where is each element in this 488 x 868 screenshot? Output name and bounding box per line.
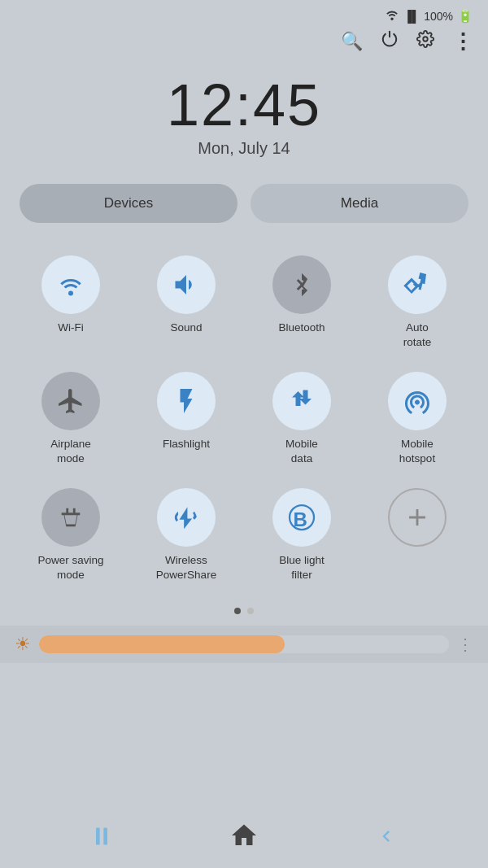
tile-add[interactable]	[359, 478, 475, 595]
autorotate-icon-circle	[388, 255, 447, 314]
top-actions-bar: 🔍 ⋮	[0, 27, 488, 61]
brightness-sun-icon: ☀	[15, 634, 31, 655]
battery-icon: 🔋	[457, 8, 473, 24]
brightness-more-icon[interactable]: ⋮	[457, 635, 473, 654]
more-options-icon[interactable]: ⋮	[452, 31, 473, 52]
wifi-icon-circle	[41, 255, 100, 314]
powersaving-label: Power savingmode	[37, 553, 103, 582]
bluetooth-icon-circle	[272, 255, 331, 314]
tile-sound[interactable]: Sound	[129, 246, 244, 362]
wifi-status-icon	[385, 9, 399, 23]
mobiledata-icon-circle	[272, 372, 331, 430]
bluelightfilter-label: Blue lightfilter	[279, 553, 325, 582]
wirelesspowershare-icon-circle	[157, 488, 216, 547]
status-icons: ▐▌ 100% 🔋	[385, 8, 473, 24]
recent-apps-icon[interactable]	[90, 825, 113, 853]
mobiledata-label: Mobiledata	[285, 437, 318, 465]
powersaving-icon-circle	[41, 488, 100, 547]
flashlight-label: Flashlight	[163, 437, 210, 451]
dot-1	[234, 608, 241, 614]
clock-time: 12:45	[0, 76, 488, 134]
tile-powersaving[interactable]: Power savingmode	[13, 478, 129, 595]
bluetooth-label: Bluetooth	[278, 321, 325, 335]
sound-label: Sound	[170, 321, 202, 335]
tab-row: Devices Media	[0, 166, 488, 231]
pagination-dots	[0, 603, 488, 626]
airplane-label: Airplanemode	[50, 437, 91, 465]
battery-text: 100%	[424, 10, 453, 23]
add-icon-circle	[388, 488, 447, 547]
svg-rect-3	[96, 827, 100, 844]
dot-2	[247, 608, 254, 614]
tile-mobiledata[interactable]: Mobiledata	[244, 362, 359, 478]
svg-rect-4	[104, 827, 108, 844]
tile-mobilehotspot[interactable]: Mobilehotspot	[359, 362, 475, 478]
autorotate-label: Autorotate	[403, 321, 432, 349]
svg-point-0	[423, 37, 428, 41]
sound-icon-circle	[157, 255, 216, 314]
quick-tiles-grid: Wi-Fi Sound Bluetooth Autorotate	[0, 231, 488, 603]
wirelesspowershare-label: WirelessPowerShare	[156, 553, 216, 582]
clock-date: Mon, July 14	[0, 139, 488, 158]
tile-bluelightfilter[interactable]: B Blue lightfilter	[244, 478, 359, 595]
tile-wifi[interactable]: Wi-Fi	[13, 246, 129, 362]
bluelightfilter-icon-circle: B	[272, 488, 331, 547]
wifi-label: Wi-Fi	[58, 321, 83, 335]
tile-bluetooth[interactable]: Bluetooth	[244, 246, 359, 362]
brightness-track[interactable]	[39, 635, 449, 653]
brightness-bar-row: ☀ ⋮	[0, 626, 488, 663]
clock-section: 12:45 Mon, July 14	[0, 61, 488, 166]
tile-wirelesspowershare[interactable]: WirelessPowerShare	[129, 478, 244, 595]
mobilehotspot-label: Mobilehotspot	[399, 437, 435, 465]
back-icon[interactable]	[375, 825, 398, 853]
tab-devices[interactable]: Devices	[20, 184, 237, 223]
mobilehotspot-icon-circle	[388, 372, 447, 430]
tile-airplane[interactable]: Airplanemode	[13, 362, 129, 478]
tile-flashlight[interactable]: Flashlight	[129, 362, 244, 478]
power-icon[interactable]	[381, 30, 399, 53]
signal-icon: ▐▌	[403, 10, 420, 23]
search-icon[interactable]: 🔍	[341, 31, 363, 52]
home-icon[interactable]	[229, 821, 259, 857]
airplane-icon-circle	[41, 372, 100, 430]
flashlight-icon-circle	[157, 372, 216, 430]
bottom-nav	[0, 809, 488, 868]
settings-icon[interactable]	[416, 30, 434, 53]
tile-autorotate[interactable]: Autorotate	[359, 246, 475, 362]
status-bar: ▐▌ 100% 🔋	[0, 0, 488, 27]
tab-media[interactable]: Media	[251, 184, 468, 223]
